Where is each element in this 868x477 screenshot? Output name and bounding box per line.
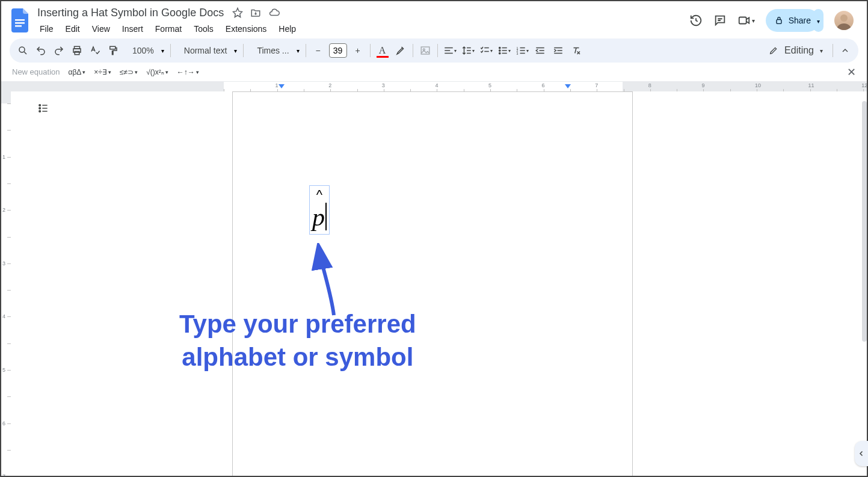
move-icon[interactable] (250, 7, 261, 18)
equation-toolbar: New equation αβΔ ▾ ×÷∃ ▾ ≤≠⊃ ▾ √()x²ₙ ▾ … (1, 63, 867, 82)
equation-letter: p (312, 203, 325, 232)
spellcheck-icon[interactable] (87, 42, 103, 59)
font-dropdown[interactable]: Times ...▾ (247, 46, 301, 55)
print-icon[interactable] (69, 42, 85, 59)
highlight-icon[interactable] (392, 42, 409, 59)
left-indent-marker[interactable] (278, 84, 285, 91)
numbered-list-icon[interactable]: 123▾ (514, 42, 531, 59)
close-equation-icon[interactable]: ✕ (847, 66, 856, 79)
text-cursor (325, 203, 327, 230)
align-icon[interactable]: ▾ (442, 42, 458, 59)
menu-edit[interactable]: Edit (61, 22, 85, 36)
svg-rect-2 (15, 25, 22, 27)
editing-mode-dropdown[interactable]: Editing ▾ (763, 45, 829, 56)
comments-icon[interactable] (713, 14, 727, 27)
svg-rect-4 (777, 20, 781, 24)
decrease-indent-icon[interactable] (532, 42, 549, 59)
paint-format-icon[interactable] (105, 42, 122, 59)
increase-indent-icon[interactable] (550, 42, 567, 59)
history-icon[interactable] (689, 14, 703, 27)
new-equation-label[interactable]: New equation (12, 67, 60, 76)
increase-font-icon[interactable]: + (349, 42, 366, 59)
share-button[interactable]: Share (766, 9, 819, 32)
checklist-icon[interactable]: ▾ (478, 42, 494, 59)
text-color-icon[interactable]: A (374, 42, 391, 59)
svg-rect-10 (110, 46, 115, 49)
search-menus-icon[interactable] (14, 42, 31, 59)
svg-rect-11 (421, 47, 429, 54)
vertical-scrollbar[interactable] (862, 101, 867, 342)
menu-extensions[interactable]: Extensions (221, 22, 271, 36)
document-canvas[interactable]: ^ p Type your preferred alphabet or symb… (11, 91, 867, 476)
share-label: Share (789, 16, 811, 25)
share-dropdown[interactable]: ▾ (813, 9, 823, 32)
svg-point-19 (39, 105, 41, 106)
svg-rect-3 (739, 17, 746, 24)
greek-letters-dropdown[interactable]: αβΔ ▾ (69, 68, 86, 76)
page[interactable]: ^ p (232, 91, 633, 476)
undo-icon[interactable] (32, 42, 49, 59)
outline-icon[interactable] (37, 102, 49, 114)
redo-icon[interactable] (51, 42, 67, 59)
menu-view[interactable]: View (87, 22, 115, 36)
meet-icon[interactable]: ▾ (737, 14, 755, 27)
menu-bar: File Edit View Insert Format Tools Exten… (35, 22, 689, 36)
vertical-ruler[interactable]: 12345678910111213 (1, 91, 11, 476)
docs-logo-icon[interactable] (8, 8, 32, 32)
line-spacing-icon[interactable]: ▾ (460, 42, 476, 59)
svg-point-15 (499, 52, 500, 54)
svg-point-20 (39, 108, 41, 109)
menu-format[interactable]: Format (150, 22, 186, 36)
cloud-icon[interactable] (268, 7, 280, 18)
svg-point-21 (39, 111, 41, 112)
zoom-dropdown[interactable]: 100%▾ (123, 46, 167, 55)
svg-point-6 (19, 47, 25, 52)
menu-insert[interactable]: Insert (117, 22, 148, 36)
decrease-font-icon[interactable]: − (310, 42, 327, 59)
font-size-input[interactable] (329, 43, 347, 58)
annotation-text: Type your preferred alphabet or symbol (179, 308, 416, 374)
clear-formatting-icon[interactable] (568, 42, 585, 59)
svg-rect-0 (15, 19, 25, 21)
doc-title[interactable]: Inserting a Hat Symbol in Google Docs (35, 5, 226, 20)
menu-file[interactable]: File (35, 22, 58, 36)
toolbar: 100%▾ Normal text▾ Times ...▾ − + A ▾ ▾ … (10, 38, 858, 63)
titlebar: Inserting a Hat Symbol in Google Docs Fi… (1, 1, 867, 35)
svg-rect-1 (15, 22, 25, 24)
star-icon[interactable] (232, 7, 243, 18)
horizontal-ruler[interactable]: 123456789101112 (1, 82, 867, 91)
bulleted-list-icon[interactable]: ▾ (496, 42, 512, 59)
menu-tools[interactable]: Tools (189, 22, 218, 36)
avatar[interactable] (834, 11, 854, 30)
svg-point-14 (499, 50, 500, 51)
collapse-toolbar-icon[interactable] (837, 42, 854, 59)
insert-image-icon[interactable] (417, 42, 434, 59)
menu-help[interactable]: Help (274, 22, 301, 36)
right-indent-marker[interactable] (564, 84, 571, 91)
math-ops-dropdown[interactable]: √()x²ₙ ▾ (146, 68, 168, 76)
svg-point-13 (499, 47, 500, 48)
svg-point-5 (840, 14, 848, 22)
operators-dropdown[interactable]: ×÷∃ ▾ (94, 68, 111, 76)
equation-box[interactable]: ^ p (309, 185, 330, 235)
hat-symbol: ^ (310, 187, 329, 203)
relations-dropdown[interactable]: ≤≠⊃ ▾ (120, 68, 138, 76)
paragraph-style-dropdown[interactable]: Normal text▾ (174, 46, 240, 55)
svg-text:3: 3 (516, 52, 518, 55)
arrows-dropdown[interactable]: ←↑→ ▾ (177, 68, 199, 76)
show-side-panel-icon[interactable] (855, 441, 868, 466)
